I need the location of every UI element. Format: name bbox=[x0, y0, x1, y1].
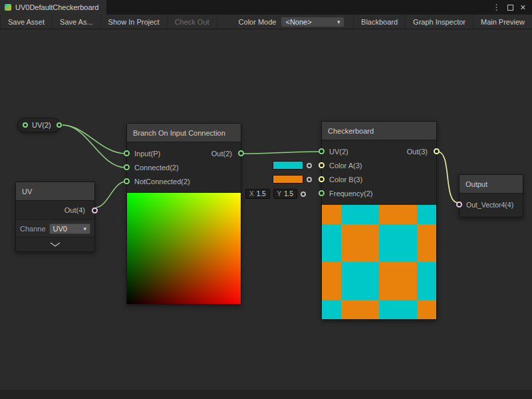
titlebar: UV0DefaultCheckerboard ⋮ ✕ bbox=[0, 0, 532, 15]
checkerboard-output-row: Out(3) bbox=[407, 144, 428, 158]
branch-node-preview bbox=[127, 192, 241, 304]
checkerboard-node-ports: UV(2) Color A(3) Color B(3) Frequency(2)… bbox=[322, 140, 436, 204]
frequency-port[interactable] bbox=[319, 190, 325, 196]
frequency-y-value: 1.5 bbox=[284, 190, 293, 198]
frequency-x-field[interactable]: X 1.5 bbox=[245, 189, 270, 199]
frequency-widget: X 1.5 Y 1.5 bbox=[245, 189, 306, 199]
color-a-label: Color A(3) bbox=[329, 162, 362, 170]
color-mode-value: <None> bbox=[285, 18, 311, 26]
toolbar-right-group: Blackboard Graph Inspector Main Preview bbox=[353, 15, 532, 29]
output-node[interactable]: Output Out_Vector4(4) bbox=[459, 174, 523, 217]
out-vector4-port[interactable] bbox=[456, 201, 462, 207]
edge-checkerboard-to-output bbox=[438, 152, 458, 203]
uv-property-output-port[interactable] bbox=[57, 122, 62, 128]
color-b-widget bbox=[273, 175, 312, 184]
toolbar: Save Asset Save As... Show In Project Ch… bbox=[0, 15, 532, 29]
graph-inspector-toggle-button[interactable]: Graph Inspector bbox=[405, 15, 473, 29]
port-row-color-a: Color A(3) bbox=[322, 158, 436, 172]
graph-canvas[interactable]: UV(2) UV Out(4) Channe UV0 ▾ Branch On I… bbox=[0, 29, 532, 399]
canvas-bottom-strip bbox=[0, 390, 532, 399]
edge-branch-to-checkerboard bbox=[242, 152, 321, 154]
branch-node-ports: Input(P) Connected(2) NotConnected(2) Ou… bbox=[127, 142, 241, 192]
edge-uvnode-to-notconnected bbox=[96, 182, 126, 207]
frequency-connector-stub[interactable] bbox=[301, 192, 306, 197]
notconnected-port[interactable] bbox=[124, 178, 130, 184]
check-out-button[interactable]: Check Out bbox=[168, 15, 217, 29]
save-as-button[interactable]: Save As... bbox=[53, 15, 101, 29]
blackboard-toggle-button[interactable]: Blackboard bbox=[353, 15, 405, 29]
frequency-y-label: Y bbox=[277, 190, 282, 198]
color-a-widget bbox=[273, 161, 312, 170]
out-vector4-label: Out_Vector4(4) bbox=[466, 201, 513, 209]
uv-node-collapse-row bbox=[16, 237, 94, 251]
uv-channel-row: Channe UV0 ▾ bbox=[16, 219, 94, 237]
uv-input-port[interactable] bbox=[319, 148, 325, 154]
color-b-port[interactable] bbox=[319, 176, 325, 182]
checkerboard-node-header: Checkerboard bbox=[322, 122, 436, 140]
close-icon[interactable]: ✕ bbox=[520, 4, 526, 11]
branch-out-port[interactable] bbox=[238, 150, 244, 156]
uv-out-label: Out(4) bbox=[65, 206, 85, 214]
color-mode-label: Color Mode bbox=[239, 18, 277, 26]
checkerboard-out-label: Out(3) bbox=[407, 148, 428, 156]
input-p-label: Input(P) bbox=[134, 150, 160, 158]
port-row-out-vector4: Out_Vector4(4) bbox=[460, 198, 523, 211]
output-node-ports: Out_Vector4(4) bbox=[460, 194, 523, 217]
frequency-x-label: X bbox=[249, 190, 254, 198]
frequency-x-value: 1.5 bbox=[257, 190, 266, 198]
branch-output-row: Out(2) bbox=[211, 146, 232, 160]
uv-node-header: UV bbox=[16, 182, 94, 201]
port-row-frequency: Frequency(2) bbox=[322, 186, 436, 200]
uv-input-label: UV(2) bbox=[329, 148, 348, 156]
collapse-chevron-icon[interactable] bbox=[49, 242, 61, 247]
uv-property-pill-label: UV(2) bbox=[32, 121, 51, 129]
color-a-port[interactable] bbox=[319, 162, 325, 168]
port-row-connected: Connected(2) bbox=[127, 160, 241, 174]
save-asset-button[interactable]: Save Asset bbox=[0, 15, 53, 29]
frequency-label: Frequency(2) bbox=[329, 190, 372, 198]
color-a-swatch[interactable] bbox=[273, 161, 303, 170]
color-mode-group: Color Mode <None> ▾ bbox=[239, 15, 345, 29]
maximize-icon[interactable] bbox=[507, 5, 513, 11]
show-in-project-button[interactable]: Show In Project bbox=[101, 15, 168, 29]
notconnected-label: NotConnected(2) bbox=[134, 178, 190, 186]
color-mode-dropdown[interactable]: <None> ▾ bbox=[281, 17, 344, 27]
graph-tab[interactable]: UV0DefaultCheckerboard bbox=[0, 0, 106, 15]
branch-node[interactable]: Branch On Input Connection Input(P) Conn… bbox=[126, 123, 241, 305]
color-b-connector-stub[interactable] bbox=[307, 177, 312, 182]
output-node-header: Output bbox=[460, 175, 523, 194]
checkerboard-out-port[interactable] bbox=[434, 148, 440, 154]
checkerboard-node[interactable]: Checkerboard UV(2) Color A(3) Color B(3)… bbox=[321, 121, 437, 320]
connected-port[interactable] bbox=[124, 164, 130, 170]
property-type-dot bbox=[23, 122, 28, 128]
color-b-label: Color B(3) bbox=[329, 176, 362, 184]
port-row-color-b: Color B(3) bbox=[322, 172, 436, 186]
uv-property-pill[interactable]: UV(2) bbox=[17, 118, 60, 132]
color-b-swatch[interactable] bbox=[273, 175, 303, 184]
uv-node[interactable]: UV Out(4) Channe UV0 ▾ bbox=[15, 182, 95, 252]
edge-uvpill-to-input bbox=[63, 125, 126, 154]
connected-label: Connected(2) bbox=[134, 164, 179, 172]
main-preview-toggle-button[interactable]: Main Preview bbox=[473, 15, 532, 29]
port-row-notconnected: NotConnected(2) bbox=[127, 174, 241, 188]
chevron-down-icon: ▾ bbox=[83, 225, 86, 232]
uv-channel-dropdown[interactable]: UV0 ▾ bbox=[49, 223, 90, 234]
chevron-down-icon: ▾ bbox=[337, 19, 340, 25]
uv-channel-value: UV0 bbox=[53, 225, 67, 233]
shader-graph-icon bbox=[4, 3, 12, 11]
edge-uvpill-to-connected bbox=[63, 125, 126, 168]
checkerboard-preview bbox=[322, 204, 436, 319]
input-p-port[interactable] bbox=[124, 150, 130, 156]
frequency-y-field[interactable]: Y 1.5 bbox=[273, 189, 298, 199]
uv-out-port[interactable] bbox=[92, 207, 98, 213]
branch-node-header: Branch On Input Connection bbox=[127, 124, 241, 142]
window-controls: ⋮ ✕ bbox=[493, 0, 532, 15]
kebab-menu-icon[interactable]: ⋮ bbox=[493, 3, 501, 11]
tab-title: UV0DefaultCheckerboard bbox=[15, 3, 98, 11]
channel-label: Channe bbox=[20, 225, 46, 233]
branch-out-label: Out(2) bbox=[211, 150, 232, 158]
color-a-connector-stub[interactable] bbox=[307, 163, 312, 168]
uv-node-output-row: Out(4) bbox=[16, 201, 94, 219]
